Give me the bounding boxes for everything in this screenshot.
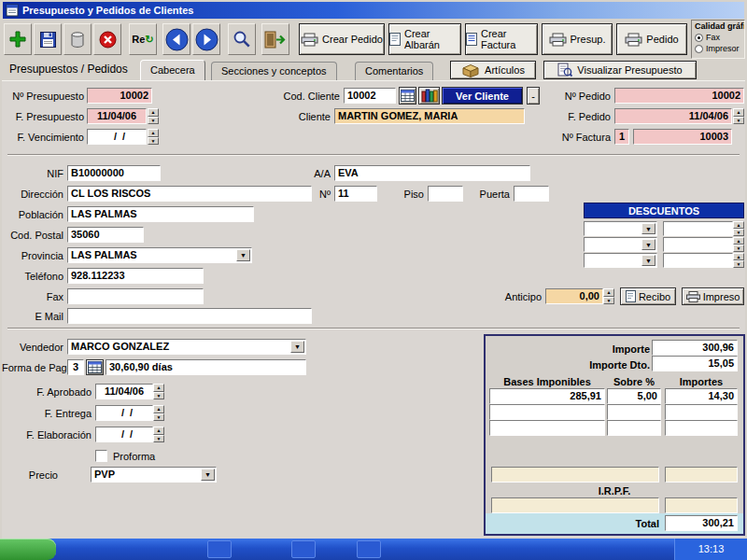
descuento-value-field[interactable] xyxy=(663,253,733,268)
start-button[interactable] xyxy=(0,539,56,560)
numero-field[interactable]: 11 xyxy=(334,186,377,202)
f-aprobado-field[interactable]: 11/04/06 xyxy=(95,384,153,399)
tab-comentarios[interactable]: Comentarios xyxy=(355,62,433,80)
forma-de-pago-lookup-button[interactable] xyxy=(86,359,104,375)
spin-down-icon[interactable]: ▼ xyxy=(148,117,159,125)
chevron-down-icon[interactable]: ▼ xyxy=(641,255,655,266)
spin-up-icon[interactable]: ▲ xyxy=(148,108,159,117)
anticipo-field[interactable]: 0,00 xyxy=(545,288,603,304)
imprimir-presupuesto-button[interactable]: Presup. xyxy=(542,23,613,55)
spin-up-icon[interactable]: ▲ xyxy=(148,129,159,137)
proforma-checkbox[interactable] xyxy=(95,450,107,462)
piso-field[interactable] xyxy=(428,186,463,202)
spin-up-icon[interactable]: ▲ xyxy=(153,384,164,392)
puerta-field[interactable] xyxy=(514,186,549,202)
spin-down-icon[interactable]: ▼ xyxy=(733,229,744,236)
spin-up-icon[interactable]: ▲ xyxy=(733,253,744,260)
chevron-down-icon[interactable]: ▼ xyxy=(236,249,250,261)
spin-up-icon[interactable]: ▲ xyxy=(153,405,164,413)
visualizar-presupuesto-button[interactable]: Visualizar Presupuesto xyxy=(543,61,697,79)
spin-down-icon[interactable]: ▼ xyxy=(153,413,164,422)
descuento-spinner[interactable]: ▲▼ xyxy=(733,237,744,252)
descuento-combo[interactable]: ▼ xyxy=(584,221,657,236)
direccion-field[interactable]: CL LOS RISCOS xyxy=(67,186,312,202)
crear-factura-button[interactable]: Crear Factura xyxy=(465,23,538,55)
crear-albaran-button[interactable]: Crear Albarán xyxy=(388,23,461,55)
cliente-lookup-button[interactable] xyxy=(399,87,416,105)
poblacion-field[interactable]: LAS PALMAS xyxy=(67,206,254,222)
n-presupuesto-field[interactable]: 10002 xyxy=(87,88,152,104)
exit-button[interactable] xyxy=(261,23,289,55)
chevron-down-icon[interactable]: ▼ xyxy=(641,223,655,234)
spin-down-icon[interactable]: ▼ xyxy=(733,260,744,268)
cod-cliente-field[interactable]: 10002 xyxy=(344,88,396,104)
minus-button[interactable]: - xyxy=(527,87,540,105)
spin-up-icon[interactable]: ▲ xyxy=(733,237,744,245)
tab-cabecera[interactable]: Cabecera xyxy=(140,60,205,80)
spin-up-icon[interactable]: ▲ xyxy=(733,221,744,229)
n-factura-field[interactable]: 10003 xyxy=(633,129,732,145)
spin-down-icon[interactable]: ▼ xyxy=(733,245,744,252)
add-record-button[interactable] xyxy=(4,23,32,55)
cliente-fichas-button[interactable] xyxy=(418,87,440,105)
fax-radio[interactable] xyxy=(695,34,703,42)
n-factura-serie-field[interactable]: 1 xyxy=(614,129,629,145)
f-aprobado-spinner[interactable]: ▲▼ xyxy=(153,384,164,399)
nif-field[interactable]: B10000000 xyxy=(67,165,161,181)
prev-record-button[interactable] xyxy=(162,23,190,55)
ver-cliente-button[interactable]: Ver Cliente xyxy=(442,87,523,105)
articulos-button[interactable]: Artículos xyxy=(450,61,536,79)
recibo-button[interactable]: Recibo xyxy=(620,287,676,305)
delete-button[interactable] xyxy=(63,23,92,55)
save-button[interactable] xyxy=(34,23,62,55)
spin-up-icon[interactable]: ▲ xyxy=(153,427,164,435)
f-entrega-field[interactable]: / / xyxy=(95,405,153,421)
f-elaboracion-spinner[interactable]: ▲▼ xyxy=(153,427,164,442)
taskbar-item[interactable] xyxy=(207,540,232,558)
f-pedido-spinner[interactable]: ▲▼ xyxy=(733,108,744,124)
spin-down-icon[interactable]: ▼ xyxy=(153,435,164,443)
tab-secciones-y-conceptos[interactable]: Secciones y conceptos xyxy=(211,62,337,80)
taskbar-item[interactable] xyxy=(291,540,316,558)
forma-de-pago-codigo-field[interactable]: 3 xyxy=(67,359,84,375)
crear-pedido-button[interactable]: Crear Pedido xyxy=(299,23,385,55)
provincia-combo[interactable]: LAS PALMAS▼ xyxy=(67,247,252,263)
spin-up-icon[interactable]: ▲ xyxy=(603,288,614,297)
f-pedido-field[interactable]: 11/04/06 xyxy=(614,108,732,124)
telefono-field[interactable]: 928.112233 xyxy=(67,268,204,284)
f-vencimiento-field[interactable]: / / xyxy=(87,129,147,145)
spin-down-icon[interactable]: ▼ xyxy=(148,137,159,146)
f-presupuesto-field[interactable]: 11/04/06 xyxy=(87,108,147,124)
n-pedido-field[interactable]: 10002 xyxy=(614,88,744,104)
next-record-button[interactable] xyxy=(192,23,220,55)
taskbar-item[interactable] xyxy=(357,540,381,558)
spin-down-icon[interactable]: ▼ xyxy=(603,297,614,305)
chevron-down-icon[interactable]: ▼ xyxy=(641,239,655,250)
impreso-button[interactable]: Impreso xyxy=(682,287,744,305)
precio-combo[interactable]: PVP▼ xyxy=(91,467,217,483)
descuento-value-field[interactable] xyxy=(663,221,733,236)
f-elaboracion-field[interactable]: / / xyxy=(95,427,153,442)
refresh-button[interactable]: Re↻ xyxy=(129,23,157,55)
search-button[interactable] xyxy=(228,23,256,55)
chevron-down-icon[interactable]: ▼ xyxy=(201,469,215,481)
spin-up-icon[interactable]: ▲ xyxy=(733,108,744,117)
impresor-radio[interactable] xyxy=(695,45,703,53)
f-presupuesto-spinner[interactable]: ▲▼ xyxy=(148,108,159,124)
vendedor-combo[interactable]: MARCO GONZALEZ▼ xyxy=(67,339,306,355)
descuento-combo[interactable]: ▼ xyxy=(584,253,657,268)
descuento-spinner[interactable]: ▲▼ xyxy=(733,221,744,236)
cod-postal-field[interactable]: 35060 xyxy=(67,227,144,243)
spin-down-icon[interactable]: ▼ xyxy=(153,392,164,400)
descuento-combo[interactable]: ▼ xyxy=(584,237,657,252)
forma-de-pago-field[interactable]: 30,60,90 días xyxy=(106,359,306,375)
cancel-button[interactable] xyxy=(93,23,121,55)
f-vencimiento-spinner[interactable]: ▲▼ xyxy=(148,129,159,145)
descuento-value-field[interactable] xyxy=(663,237,733,252)
f-entrega-spinner[interactable]: ▲▼ xyxy=(153,405,164,421)
fax-field[interactable] xyxy=(67,288,204,304)
cliente-field[interactable]: MARTIN GOMEZ, MARIA xyxy=(334,108,525,124)
imprimir-pedido-button[interactable]: Pedido xyxy=(616,23,687,55)
anticipo-spinner[interactable]: ▲▼ xyxy=(603,288,614,304)
aa-field[interactable]: EVA xyxy=(334,165,530,181)
